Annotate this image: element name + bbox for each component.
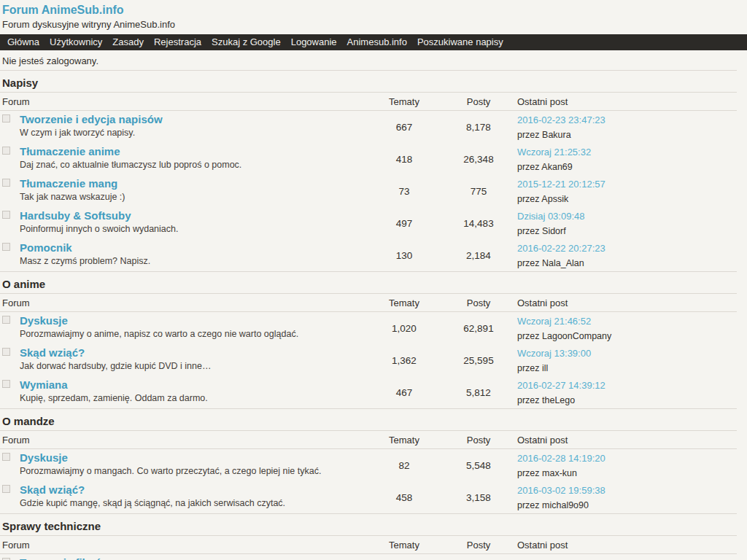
topic-count: 418 xyxy=(375,154,433,165)
post-count: 2,184 xyxy=(449,250,508,261)
section-title: Napisy xyxy=(0,71,737,93)
forum-description: Porozmawiajmy o mangach. Co warto przecz… xyxy=(20,466,321,477)
section-rows: Dyskusje Porozmawiajmy o anime, napisz c… xyxy=(0,312,737,409)
last-post-author: przez ill xyxy=(517,363,591,374)
forum-link[interactable]: Skąd wziąć? xyxy=(20,483,85,496)
topic-count: 467 xyxy=(375,387,433,398)
nav-item-poszukiwane-napisy[interactable]: Poszukiwane napisy xyxy=(412,34,508,50)
last-post-cell: 2015-12-21 20:12:57 przez Apssik xyxy=(517,177,605,205)
column-topics: Tematy xyxy=(375,93,433,111)
column-topics: Tematy xyxy=(375,294,433,312)
forum-status-icon xyxy=(2,316,10,324)
forum-description: W czym i jak tworzyć napisy. xyxy=(20,128,135,139)
column-posts: Posty xyxy=(449,431,508,449)
nav-item-logowanie[interactable]: Logowanie xyxy=(286,34,342,50)
forum-row: Pomocnik Masz z czymś problem? Napisz. 1… xyxy=(0,239,737,271)
last-post-link[interactable]: Wczoraj 21:46:52 xyxy=(517,315,591,327)
last-post-author: przez Sidorf xyxy=(517,226,585,237)
forum-status-icon xyxy=(2,179,10,187)
last-post-link[interactable]: 2016-02-28 14:19:20 xyxy=(517,452,605,464)
last-post-author: przez Bakura xyxy=(517,130,605,141)
last-post-cell: 2016-03-03 23:57:58 xyxy=(517,556,605,560)
forum-link[interactable]: Dyskusje xyxy=(20,451,68,464)
post-count: 25,595 xyxy=(449,355,508,366)
forum-description: Poinformuj innych o swoich wydaniach. xyxy=(20,224,178,235)
post-count: 8,178 xyxy=(449,122,508,133)
post-count: 5,812 xyxy=(449,387,508,398)
topic-count: 1,362 xyxy=(375,355,433,366)
column-header-row: Forum Tematy Posty Ostatni post xyxy=(0,93,737,111)
last-post-link[interactable]: Wczoraj 21:25:32 xyxy=(517,146,591,158)
forum-row: Hardsuby & Softsuby Poinformuj innych o … xyxy=(0,207,737,239)
forum-link[interactable]: Hardsuby & Softsuby xyxy=(20,209,131,222)
column-header-row: Forum Tematy Posty Ostatni post xyxy=(0,536,737,554)
column-last-post: Ostatni post xyxy=(517,431,568,449)
content-area: Nie jesteś zalogowany. Napisy Forum Tema… xyxy=(0,50,737,560)
nav-item-uzytkownicy[interactable]: Użytkownicy xyxy=(44,34,107,50)
post-count: 14,483 xyxy=(449,218,508,229)
forum-link[interactable]: Skąd wziąć? xyxy=(20,346,85,359)
forum-status-icon xyxy=(2,211,10,219)
forum-row: Tworzenie i edycja napisów W czym i jak … xyxy=(0,111,737,143)
forum-description: Kupię, sprzedam, zamienię. Oddam za darm… xyxy=(20,393,208,404)
forum-status-icon xyxy=(2,243,10,251)
forum-section: O anime Forum Tematy Posty Ostatni post … xyxy=(0,272,737,409)
forum-link[interactable]: Tworzenie i edycja napisów xyxy=(20,113,163,125)
forum-section: Napisy Forum Tematy Posty Ostatni post T… xyxy=(0,71,737,272)
last-post-cell: Wczoraj 21:25:32 przez Akan69 xyxy=(517,145,591,173)
column-topics: Tematy xyxy=(375,536,433,554)
forum-status-icon xyxy=(2,453,10,461)
board-title-link[interactable]: Forum AnimeSub.info xyxy=(2,4,124,17)
forum-link[interactable]: Wymiana xyxy=(20,378,68,391)
forum-description: Daj znać, co aktualnie tłumaczysz lub po… xyxy=(20,160,241,171)
section-title: O mandze xyxy=(0,409,737,431)
column-last-post: Ostatni post xyxy=(517,294,568,312)
column-posts: Posty xyxy=(449,294,508,312)
last-post-author: przez Nala_Alan xyxy=(517,258,605,269)
board-header: Forum AnimeSub.info Forum dyskusyjne wit… xyxy=(0,0,747,31)
last-post-link[interactable]: Wczoraj 13:39:00 xyxy=(517,347,591,359)
column-last-post: Ostatni post xyxy=(517,93,568,111)
last-post-link[interactable]: 2016-03-02 19:59:38 xyxy=(517,484,605,497)
column-forum: Forum xyxy=(2,93,30,111)
last-post-link[interactable]: 2016-02-22 20:27:23 xyxy=(517,242,605,254)
forum-section: O mandze Forum Tematy Posty Ostatni post… xyxy=(0,409,737,514)
last-post-link[interactable]: 2016-02-23 23:47:23 xyxy=(517,114,605,126)
forum-description: Masz z czymś problem? Napisz. xyxy=(20,256,150,267)
forum-description: Porozmawiajmy o anime, napisz co warto a… xyxy=(20,329,298,340)
topic-count: 667 xyxy=(375,122,433,133)
nav-item-rejestracja[interactable]: Rejestracja xyxy=(149,34,206,50)
last-post-link[interactable]: 2016-02-27 14:39:12 xyxy=(517,379,605,392)
login-status: Nie jesteś zalogowany. xyxy=(0,50,737,71)
last-post-link[interactable]: Dzisiaj 03:09:48 xyxy=(517,210,585,222)
forum-row: Skąd wziąć? Jak dorwać hardsuby, gdzie k… xyxy=(0,344,737,376)
forum-description: Tak jak nazwa wskazuje :) xyxy=(20,192,125,203)
last-post-link[interactable]: 2015-12-21 20:12:57 xyxy=(517,178,605,190)
nav-item-zasady[interactable]: Zasady xyxy=(107,34,149,50)
column-posts: Posty xyxy=(449,93,508,111)
post-count: 62,891 xyxy=(449,323,508,334)
forum-link[interactable]: Dyskusje xyxy=(20,314,68,327)
forum-link[interactable]: Tłumaczenie anime xyxy=(20,145,120,158)
board-description: Forum dyskusyjne witryny AnimeSub.info xyxy=(2,19,747,31)
last-post-cell: Wczoraj 13:39:00 przez ill xyxy=(517,346,591,374)
column-topics: Tematy xyxy=(375,431,433,449)
nav-item-szukaj-z-google[interactable]: Szukaj z Google xyxy=(206,34,286,50)
forum-link[interactable]: Tłumaczenie mang xyxy=(20,177,117,190)
last-post-cell: 2016-03-02 19:59:38 przez michal9o90 xyxy=(517,483,605,511)
forum-link[interactable]: Pomocnik xyxy=(20,241,72,254)
topic-count: 458 xyxy=(375,492,433,503)
last-post-author: przez michal9o90 xyxy=(517,500,605,511)
forum-description: Gdzie kupić mangę, skąd ją ściągnąć, na … xyxy=(20,498,285,509)
last-post-link[interactable]: 2016-03-03 23:57:58 xyxy=(517,557,605,560)
forum-row: Skąd wziąć? Gdzie kupić mangę, skąd ją ś… xyxy=(0,481,737,513)
forum-status-icon xyxy=(2,380,10,388)
forum-index-page: Forum AnimeSub.info Forum dyskusyjne wit… xyxy=(0,0,747,560)
column-forum: Forum xyxy=(2,536,30,554)
forum-sections: Napisy Forum Tematy Posty Ostatni post T… xyxy=(0,71,737,560)
nav-item-glowna[interactable]: Główna xyxy=(2,34,44,50)
forum-row: Tworzenie filmów 2016-03-03 23:57:58 xyxy=(0,554,737,560)
section-rows: Dyskusje Porozmawiajmy o mangach. Co war… xyxy=(0,449,737,514)
nav-item-animesub-info[interactable]: Animesub.info xyxy=(342,34,412,50)
forum-link[interactable]: Tworzenie filmów xyxy=(20,556,110,560)
